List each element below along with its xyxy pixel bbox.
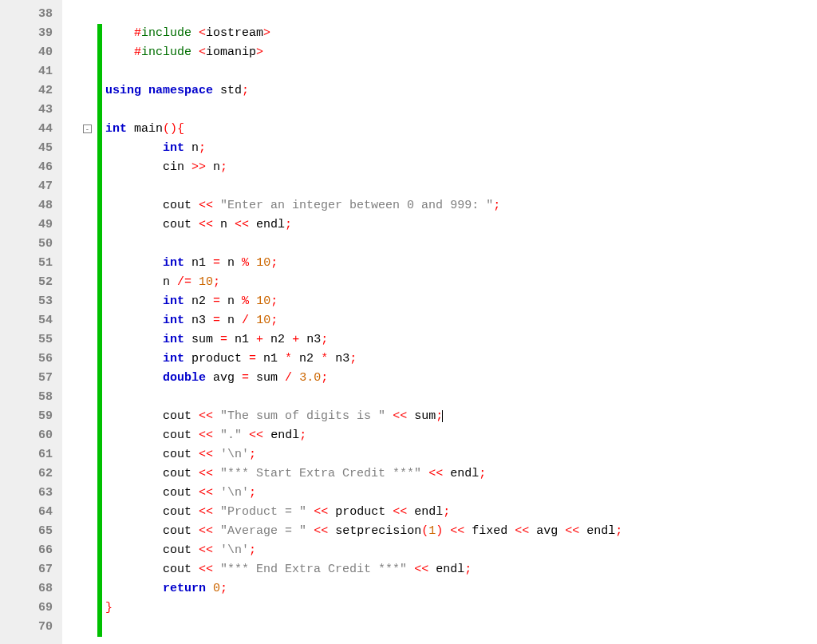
code-line[interactable]: using namespace std;: [105, 81, 817, 101]
text-caret: [442, 410, 443, 422]
code-token: std: [220, 84, 242, 97]
code-token: <<: [314, 505, 328, 519]
code-token: "Product = ": [220, 505, 306, 519]
code-line[interactable]: [105, 101, 817, 120]
code-lines[interactable]: #include <iostream> #include <iomanip>us…: [105, 5, 817, 637]
code-line[interactable]: [105, 618, 817, 637]
code-token: n1: [227, 333, 256, 346]
code-token: '\n': [220, 543, 249, 557]
code-line[interactable]: int product = n1 * n2 * n3;: [105, 350, 817, 369]
line-number: 51: [0, 254, 53, 273]
code-token: =: [213, 294, 220, 308]
code-token: [249, 256, 256, 270]
code-token: n2: [292, 352, 321, 365]
code-editor[interactable]: 3839404142434445464748495051525354555657…: [0, 0, 817, 644]
code-token: [213, 543, 220, 557]
code-token: <<: [199, 448, 213, 461]
code-token: [213, 409, 220, 423]
code-token: main: [127, 122, 163, 136]
code-line[interactable]: #include <iomanip>: [105, 43, 817, 62]
code-token: cout: [163, 543, 199, 557]
code-line[interactable]: cout << '\n';: [105, 484, 817, 503]
code-token: ;: [270, 294, 278, 308]
code-line[interactable]: cout << "The sum of digits is " << sum;: [105, 407, 817, 426]
code-token: int: [163, 294, 184, 308]
line-number: 48: [0, 196, 53, 215]
code-token: ;: [249, 543, 256, 557]
code-area[interactable]: - #include <iostream> #include <iomanip>…: [62, 0, 817, 644]
code-line[interactable]: cin >> n;: [105, 158, 817, 177]
code-token: <<: [515, 524, 529, 538]
code-token: avg: [206, 371, 242, 385]
line-number: 53: [0, 292, 53, 311]
fold-toggle[interactable]: -: [83, 124, 92, 133]
code-token: ;: [249, 486, 256, 500]
code-token: <<: [199, 218, 213, 231]
code-token: +: [292, 333, 299, 346]
code-token: <<: [199, 429, 213, 442]
code-token: n1: [256, 352, 285, 365]
code-token: ;: [321, 333, 328, 346]
code-token: "The sum of digits is ": [220, 409, 385, 423]
code-line[interactable]: return 0;: [105, 579, 817, 599]
code-line[interactable]: cout << "." << endl;: [105, 426, 817, 445]
code-line[interactable]: cout << "*** Start Extra Credit ***" << …: [105, 464, 817, 484]
code-token: n: [163, 275, 177, 289]
code-token: <<: [314, 524, 328, 538]
code-token: <<: [450, 524, 464, 538]
code-line[interactable]: cout << "Enter an integer between 0 and …: [105, 196, 817, 215]
code-line[interactable]: }: [105, 599, 817, 618]
code-line[interactable]: n /= 10;: [105, 273, 817, 292]
code-token: n2: [263, 333, 292, 346]
line-number: 43: [0, 101, 53, 120]
code-token: =: [242, 371, 249, 385]
code-line[interactable]: int n3 = n / 10;: [105, 311, 817, 330]
code-token: [206, 582, 213, 595]
code-line[interactable]: int n;: [105, 139, 817, 158]
code-line[interactable]: [105, 388, 817, 407]
code-line[interactable]: cout << "Average = " << setprecision(1) …: [105, 522, 817, 541]
code-token: [213, 505, 220, 519]
code-token: ;: [199, 141, 206, 155]
code-token: <<: [199, 486, 213, 500]
line-number: 42: [0, 81, 53, 101]
code-token: n: [220, 294, 242, 308]
code-token: "*** Start Extra Credit ***": [220, 467, 421, 480]
code-line[interactable]: [105, 62, 817, 81]
code-line[interactable]: cout << n << endl;: [105, 215, 817, 235]
code-token: <<: [199, 563, 213, 576]
code-line[interactable]: [105, 5, 817, 24]
code-token: int: [163, 352, 184, 365]
code-token: ;: [213, 275, 220, 289]
code-token: iostream: [206, 26, 263, 40]
code-token: endl: [579, 524, 615, 538]
code-line[interactable]: int sum = n1 + n2 + n3;: [105, 330, 817, 350]
code-token: ;: [242, 84, 249, 97]
code-line[interactable]: #include <iostream>: [105, 24, 817, 43]
code-token: ;: [270, 314, 278, 327]
code-line[interactable]: int n2 = n % 10;: [105, 292, 817, 311]
code-token: ;: [615, 524, 622, 538]
code-line[interactable]: cout << '\n';: [105, 541, 817, 560]
code-line[interactable]: cout << '\n';: [105, 445, 817, 464]
code-line[interactable]: cout << "*** End Extra Credit ***" << en…: [105, 560, 817, 579]
code-line[interactable]: [105, 177, 817, 196]
line-number: 50: [0, 235, 53, 254]
code-token: ;: [464, 563, 472, 576]
code-line[interactable]: cout << "Product = " << product << endl;: [105, 503, 817, 522]
code-line[interactable]: double avg = sum / 3.0;: [105, 369, 817, 388]
line-number: 56: [0, 350, 53, 369]
code-token: /=: [177, 275, 191, 289]
code-token: *: [285, 352, 292, 365]
code-token: endl: [428, 563, 464, 576]
code-token: <<: [565, 524, 579, 538]
code-line[interactable]: int main(){: [105, 120, 817, 139]
line-number: 69: [0, 599, 53, 618]
code-line[interactable]: int n1 = n % 10;: [105, 254, 817, 273]
code-token: <<: [199, 409, 213, 423]
code-token: using: [105, 84, 141, 97]
code-token: ;: [349, 352, 357, 365]
line-number: 67: [0, 560, 53, 579]
code-line[interactable]: [105, 235, 817, 254]
line-number: 38: [0, 5, 53, 24]
